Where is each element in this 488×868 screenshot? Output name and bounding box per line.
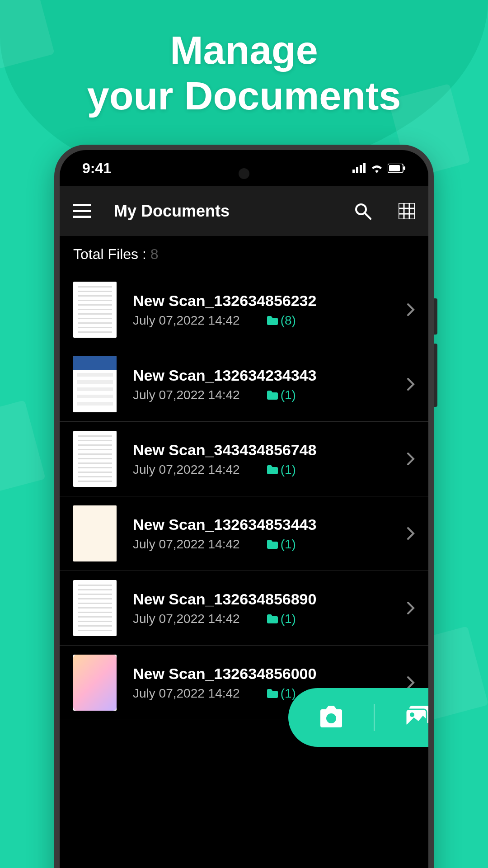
svg-rect-2: [360, 165, 362, 173]
wifi-icon: [371, 163, 383, 173]
signal-icon: [352, 163, 366, 173]
document-item[interactable]: New Scan_132634234343 July 07,2022 14:42…: [60, 347, 428, 422]
folder-count: (1): [281, 537, 296, 552]
hero-title: Manage your Documents: [0, 0, 488, 118]
document-item[interactable]: New Scan_343434856748 July 07,2022 14:42…: [60, 422, 428, 496]
hero-line1: Manage: [0, 27, 488, 73]
grid-icon: [399, 203, 415, 219]
folder-icon: [267, 316, 278, 325]
camera-scan-button[interactable]: [288, 688, 374, 747]
document-item[interactable]: New Scan_132634856232 July 07,2022 14:42…: [60, 273, 428, 347]
camera-icon: [317, 706, 346, 729]
svg-rect-7: [73, 204, 91, 206]
document-thumbnail: [73, 655, 117, 711]
chevron-right-icon: [407, 601, 415, 615]
document-thumbnail: [73, 431, 117, 487]
page-title: My Documents: [114, 202, 341, 221]
chevron-right-icon: [407, 377, 415, 391]
folder-icon: [267, 540, 278, 549]
folder-icon: [267, 689, 278, 698]
summary-label: Total Files :: [73, 246, 146, 262]
document-title: New Scan_132634853443: [133, 516, 390, 533]
phone-frame: 9:41 My Documents Total Files : 8: [54, 145, 434, 868]
chevron-right-icon: [407, 452, 415, 466]
document-title: New Scan_132634856890: [133, 590, 390, 608]
document-date: July 07,2022 14:42: [133, 462, 240, 477]
phone-screen: 9:41 My Documents Total Files : 8: [60, 150, 428, 868]
chevron-right-icon: [407, 676, 415, 689]
document-info: New Scan_132634856232 July 07,2022 14:42…: [133, 292, 390, 328]
search-icon: [354, 203, 371, 220]
document-title: New Scan_132634234343: [133, 367, 390, 384]
summary-count: 8: [150, 246, 159, 262]
document-date: July 07,2022 14:42: [133, 313, 240, 328]
grid-view-button[interactable]: [399, 203, 415, 219]
svg-rect-6: [404, 166, 405, 170]
folder-icon: [267, 391, 278, 400]
document-folder-badge: (1): [267, 537, 296, 552]
chevron-right-icon: [407, 303, 415, 316]
file-count-summary: Total Files : 8: [60, 236, 428, 273]
status-icons: [352, 163, 406, 173]
document-date: July 07,2022 14:42: [133, 537, 240, 552]
status-time: 9:41: [82, 160, 111, 177]
folder-icon: [267, 465, 278, 474]
svg-rect-8: [73, 210, 91, 212]
document-date: July 07,2022 14:42: [133, 388, 240, 402]
gallery-icon: [403, 706, 429, 729]
document-item[interactable]: New Scan_132634853443 July 07,2022 14:42…: [60, 496, 428, 571]
svg-rect-3: [363, 163, 366, 173]
phone-camera: [239, 168, 249, 179]
document-thumbnail: [73, 580, 117, 636]
folder-count: (1): [281, 612, 296, 626]
gallery-scan-button[interactable]: [375, 688, 428, 747]
document-info: New Scan_132634853443 July 07,2022 14:42…: [133, 516, 390, 552]
hamburger-icon: [73, 204, 91, 218]
svg-rect-0: [352, 170, 355, 173]
document-folder-badge: (1): [267, 388, 296, 402]
hero-line2: your Documents: [0, 73, 488, 118]
folder-icon: [267, 614, 278, 623]
document-thumbnail: [73, 356, 117, 412]
phone-side-button: [434, 298, 437, 335]
scan-fab: [288, 688, 428, 747]
document-title: New Scan_132634856000: [133, 665, 390, 683]
svg-point-20: [410, 712, 414, 717]
menu-button[interactable]: [73, 204, 91, 218]
document-item[interactable]: New Scan_132634856890 July 07,2022 14:42…: [60, 571, 428, 646]
search-button[interactable]: [354, 203, 371, 220]
folder-count: (8): [281, 313, 296, 328]
svg-point-17: [326, 713, 336, 723]
folder-count: (1): [281, 462, 296, 477]
svg-rect-1: [356, 167, 358, 173]
folder-count: (1): [281, 388, 296, 402]
svg-rect-12: [399, 203, 415, 219]
document-title: New Scan_343434856748: [133, 441, 390, 459]
document-thumbnail: [73, 282, 117, 338]
svg-rect-9: [73, 216, 91, 218]
app-header: My Documents: [60, 186, 428, 236]
chevron-right-icon: [407, 527, 415, 540]
document-info: New Scan_132634234343 July 07,2022 14:42…: [133, 367, 390, 402]
document-title: New Scan_132634856232: [133, 292, 390, 310]
svg-rect-5: [389, 165, 400, 171]
document-info: New Scan_343434856748 July 07,2022 14:42…: [133, 441, 390, 477]
document-thumbnail: [73, 505, 117, 561]
phone-side-button: [434, 344, 437, 407]
document-date: July 07,2022 14:42: [133, 612, 240, 626]
document-date: July 07,2022 14:42: [133, 686, 240, 701]
document-folder-badge: (1): [267, 462, 296, 477]
document-list: New Scan_132634856232 July 07,2022 14:42…: [60, 273, 428, 720]
svg-line-11: [365, 213, 371, 219]
document-folder-badge: (8): [267, 313, 296, 328]
document-info: New Scan_132634856890 July 07,2022 14:42…: [133, 590, 390, 626]
battery-icon: [388, 164, 406, 173]
document-folder-badge: (1): [267, 612, 296, 626]
